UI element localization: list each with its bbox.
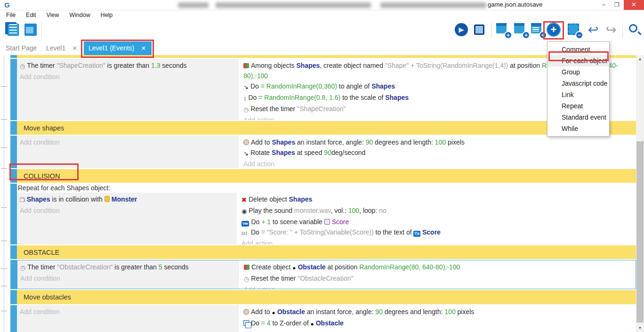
- add-subevent-icon[interactable]: +: [513, 22, 529, 39]
- close-button[interactable]: ✕: [624, 0, 644, 10]
- choose-add-event-icon[interactable]: +: [546, 22, 562, 39]
- event-handle[interactable]: [10, 136, 17, 168]
- event-line[interactable]: Create object ●Obstacle at position Rand…: [244, 262, 633, 273]
- event-line[interactable]: ◷Reset the timer "ObstacleCreation": [244, 273, 633, 284]
- comment-move-shapes[interactable]: Move shapes: [10, 121, 636, 135]
- event-line[interactable]: ✖Delete object Shapes: [242, 194, 633, 205]
- scroll-up-icon[interactable]: ▲: [636, 55, 644, 63]
- event-handle[interactable]: [10, 305, 17, 332]
- menu-item-while[interactable]: While: [547, 123, 609, 134]
- menu-item-javascript-code[interactable]: Javascript code: [547, 78, 609, 89]
- menu-item-group[interactable]: Group: [547, 66, 609, 78]
- text-segment: to angle of: [337, 82, 371, 90]
- app-logo-icon: G: [3, 1, 11, 9]
- menu-item-standard-event[interactable]: Standard event: [547, 112, 609, 123]
- text-segment: monster.wav: [294, 207, 331, 214]
- event-line[interactable]: ◉Play the sound monster.wav, vol.: 100, …: [242, 205, 633, 217]
- event-line[interactable]: Add to Shapes an instant force, angle: 9…: [243, 137, 633, 147]
- menu-view[interactable]: View: [44, 11, 61, 19]
- conditions-column[interactable]: Add condition: [17, 305, 241, 332]
- text-segment: Score: [422, 228, 441, 236]
- menu-item-repeat[interactable]: Repeat: [547, 100, 609, 112]
- undo-icon[interactable]: ↩: [585, 22, 601, 39]
- play-icon[interactable]: ▶: [454, 22, 470, 39]
- menu-item-comment[interactable]: Comment: [547, 44, 609, 55]
- add-placeholder[interactable]: Add action: [243, 329, 633, 332]
- menu-item-for-each-object[interactable]: For each object: [547, 55, 609, 66]
- text-segment: 1.3: [151, 62, 160, 69]
- comment-move-obstacles[interactable]: Move obstacles: [10, 290, 636, 304]
- close-tab-icon[interactable]: ✕: [141, 45, 146, 52]
- event-handle[interactable]: [10, 59, 17, 120]
- redacted-title-segment: [216, 2, 371, 8]
- comment-row: [10, 55, 636, 58]
- toggle-event-icon[interactable]: −: [566, 22, 582, 39]
- close-tab-icon[interactable]: ✕: [72, 45, 77, 52]
- add-placeholder[interactable]: Add condition: [20, 273, 236, 283]
- scroll-down-icon[interactable]: ▼: [636, 324, 644, 332]
- events-sheet: ◷The timer "ShapeCreation" is greater th…: [0, 55, 636, 332]
- foreach-header[interactable]: Repeat for each Shapes object:: [17, 184, 636, 193]
- add-placeholder[interactable]: Add condition: [20, 205, 234, 216]
- scene-window-icon[interactable]: [23, 22, 39, 39]
- menu-help[interactable]: Help: [98, 11, 115, 19]
- text-segment: The timer: [27, 263, 57, 271]
- text-segment: = "Score: " + ToString(Variable(Score)): [261, 228, 374, 236]
- event-line[interactable]: ◷The timer "ShapeCreation" is greater th…: [20, 60, 236, 72]
- conditions-column[interactable]: ◷The timer "ShapeCreation" is greater th…: [17, 59, 241, 120]
- conditions-column[interactable]: ◷The timer "ObstacleCreation" is greater…: [17, 260, 241, 289]
- add-placeholder[interactable]: Add condition: [20, 307, 236, 317]
- text-segment: Score: [332, 218, 349, 226]
- event-line[interactable]: ◷The timer "ObstacleCreation" is greater…: [20, 262, 236, 273]
- text-segment: Shapes: [27, 195, 50, 203]
- actions-column[interactable]: ✖Delete object Shapes◉Play the sound mon…: [239, 193, 636, 244]
- add-placeholder[interactable]: Add action: [244, 284, 633, 289]
- window-title: game.json.autosave: [488, 1, 542, 8]
- text-segment: Play the sound: [249, 207, 294, 214]
- menu-window[interactable]: Window: [67, 11, 92, 19]
- actions-column[interactable]: Add to ●Obstacle an instant force, angle…: [241, 305, 636, 332]
- event-line[interactable]: txt Do = "Score: " + ToString(Variable(S…: [242, 227, 633, 238]
- debug-icon[interactable]: [472, 22, 488, 39]
- text-segment: Obstacle: [298, 263, 325, 271]
- actions-column[interactable]: Add to Shapes an instant force, angle: 9…: [241, 136, 636, 168]
- menu-item-link[interactable]: Link: [547, 89, 609, 100]
- actions-column[interactable]: Create object ●Obstacle at position Rand…: [241, 260, 636, 289]
- add-event-icon[interactable]: +: [495, 22, 511, 39]
- event-line[interactable]: Do = 4 to Z-order of ●Obstacle: [243, 318, 633, 329]
- menu-file[interactable]: File: [4, 11, 18, 19]
- text-segment: 90: [366, 138, 373, 146]
- add-placeholder[interactable]: Add condition: [20, 137, 236, 147]
- event-handle[interactable]: [11, 260, 17, 289]
- project-manager-icon[interactable]: [4, 22, 20, 39]
- search-icon[interactable]: [627, 22, 643, 39]
- event-handle[interactable]: [10, 184, 17, 244]
- scrollbar-thumb[interactable]: [636, 141, 644, 323]
- minimize-button[interactable]: –: [597, 0, 611, 10]
- text-segment: to scene variable: [271, 218, 324, 226]
- add-placeholder[interactable]: Add action: [243, 159, 633, 168]
- redo-icon[interactable]: ↪: [603, 22, 619, 39]
- event-line[interactable]: ↘Rotate Shapes at speed 90deg/second: [243, 147, 633, 159]
- conditions-column[interactable]: Add condition: [17, 136, 241, 168]
- tab-start-page[interactable]: Start Page: [1, 41, 41, 55]
- angle-icon: ↘: [243, 82, 249, 92]
- maximize-button[interactable]: ❐: [610, 0, 624, 10]
- text-segment: 100: [348, 207, 359, 214]
- tab-level1-events[interactable]: Level1 (Events)✕: [84, 41, 152, 55]
- text-segment: = RandomInRange(0,360): [261, 82, 337, 90]
- text-segment: 100: [435, 138, 446, 146]
- tab-level1[interactable]: Level1✕: [41, 41, 82, 55]
- add-comment-icon[interactable]: +: [530, 22, 546, 39]
- comment-collision[interactable]: COLLISION: [10, 169, 636, 183]
- add-placeholder[interactable]: Add condition: [20, 72, 236, 82]
- event-line[interactable]: Add to ●Obstacle an instant force, angle…: [243, 307, 633, 318]
- conditions-column[interactable]: ❐Shapes is in collision with MonsterAdd …: [17, 193, 239, 244]
- text-segment: is in collision with: [50, 195, 105, 203]
- add-placeholder[interactable]: Add action: [242, 238, 633, 244]
- vertical-scrollbar[interactable]: ▲ ▼: [636, 55, 644, 332]
- comment-obstacle[interactable]: OBSTACLE: [10, 245, 636, 259]
- menu-edit[interactable]: Edit: [24, 11, 39, 19]
- event-line[interactable]: VarDo + 1 to scene variable Score: [242, 217, 633, 227]
- event-line[interactable]: ❐Shapes is in collision with Monster: [20, 194, 234, 205]
